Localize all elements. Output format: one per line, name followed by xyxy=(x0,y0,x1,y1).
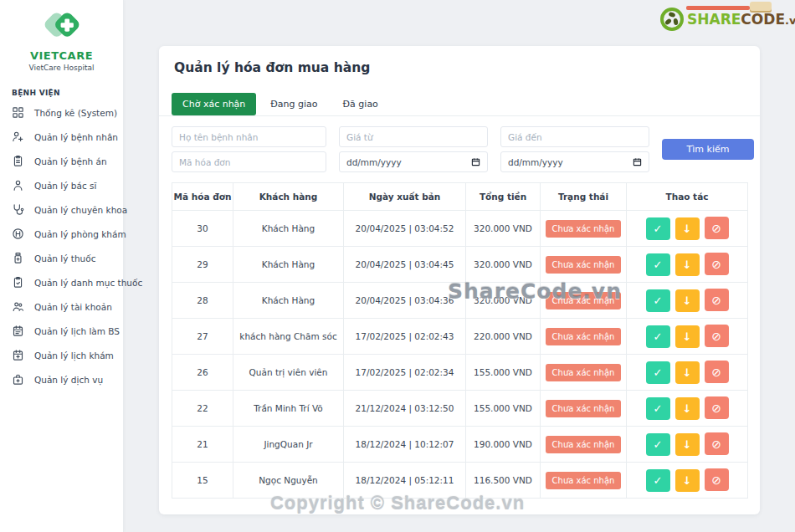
tab[interactable]: Đang giao xyxy=(259,93,328,115)
medicine-bottle-icon xyxy=(12,252,24,264)
check-icon: ✓ xyxy=(654,366,663,379)
sidebar-item[interactable]: Quản lý bác sĩ xyxy=(0,173,123,197)
sidebar-item[interactable]: Thống kê (System) xyxy=(0,100,123,125)
export-button[interactable]: ↓ xyxy=(675,397,700,420)
cancel-button[interactable]: ⊘ xyxy=(705,325,729,347)
total-cell: 320.000 VND xyxy=(466,283,541,319)
cancel-button[interactable]: ⊘ xyxy=(705,396,729,419)
status-badge: Chưa xác nhận xyxy=(546,328,622,345)
actions-cell: ✓↓⊘ xyxy=(627,319,748,355)
arrow-down-icon: ↓ xyxy=(683,258,692,271)
arrow-down-icon: ↓ xyxy=(683,330,692,343)
calendar-plus-icon xyxy=(12,349,24,361)
column-header: Thao tác xyxy=(627,183,748,211)
date-cell: 18/12/2024 | 10:12:07 xyxy=(344,427,466,463)
sidebar-item[interactable]: Quản lý bệnh án xyxy=(0,149,123,173)
cancel-button[interactable]: ⊘ xyxy=(705,468,729,491)
export-button[interactable]: ↓ xyxy=(675,325,700,348)
column-header: Tổng tiền xyxy=(466,183,541,211)
sidebar-item[interactable]: Quản lý dịch vụ xyxy=(0,367,123,391)
arrow-down-icon: ↓ xyxy=(683,474,692,487)
sidebar-item[interactable]: Quản lý lịch khám xyxy=(0,343,123,367)
hospital-circle-icon xyxy=(12,228,24,240)
search-button[interactable]: Tìm kiếm xyxy=(662,139,754,160)
export-button[interactable]: ↓ xyxy=(675,217,700,240)
invoice-management-card: Quản lý hóa đơn mua hàng Chờ xác nhậnĐan… xyxy=(159,46,760,514)
sidebar-item-label: Thống kê (System) xyxy=(34,108,117,118)
confirm-button[interactable]: ✓ xyxy=(646,253,670,276)
confirm-button[interactable]: ✓ xyxy=(646,361,670,384)
confirm-button[interactable]: ✓ xyxy=(646,469,670,492)
sidebar-item[interactable]: Quản lý thuốc xyxy=(0,246,123,270)
confirm-button[interactable]: ✓ xyxy=(646,325,670,348)
cancel-button[interactable]: ⊘ xyxy=(705,253,729,275)
calendar-icon[interactable] xyxy=(471,157,480,166)
price-to-input[interactable] xyxy=(500,126,649,147)
export-button[interactable]: ↓ xyxy=(675,289,700,312)
ban-icon: ⊘ xyxy=(711,402,721,415)
export-button[interactable]: ↓ xyxy=(675,433,700,456)
patient-name-input[interactable] xyxy=(172,126,326,147)
check-icon: ✓ xyxy=(654,330,663,343)
sidebar-item[interactable]: Quản lý lịch làm BS xyxy=(0,319,123,343)
sidebar-item[interactable]: Quản lý chuyên khoa xyxy=(0,197,123,222)
cancel-button[interactable]: ⊘ xyxy=(705,432,729,455)
check-icon: ✓ xyxy=(654,402,663,415)
customer-cell: Khách Hàng xyxy=(233,247,344,283)
sidebar-item-label: Quản lý dịch vụ xyxy=(34,375,103,385)
page-title: Quản lý hóa đơn mua hàng xyxy=(159,46,760,75)
confirm-button[interactable]: ✓ xyxy=(646,397,670,420)
price-from-input[interactable] xyxy=(339,126,488,147)
date-to-input[interactable]: dd/mm/yyyy xyxy=(500,151,649,172)
arrow-down-icon: ↓ xyxy=(683,438,692,451)
table-row: 15 Ngọc Nguyễn 18/12/2024 | 05:12:11 116… xyxy=(172,463,748,499)
sidebar-item[interactable]: Quản lý bệnh nhân xyxy=(0,125,123,149)
medicine-list-icon xyxy=(12,276,24,289)
export-button[interactable]: ↓ xyxy=(675,469,700,492)
total-cell: 155.000 VND xyxy=(466,355,541,391)
tab[interactable]: Đã giao xyxy=(332,93,389,115)
cancel-button[interactable]: ⊘ xyxy=(705,217,729,239)
customer-cell: Quản trị viên viên xyxy=(233,355,344,391)
table-header-row: Mã hóa đơnKhách hàngNgày xuất bảnTổng ti… xyxy=(172,183,748,211)
brand: VIETCARE VietCare Hospital xyxy=(0,0,123,72)
actions-cell: ✓↓⊘ xyxy=(627,247,748,283)
cancel-button[interactable]: ⊘ xyxy=(705,289,729,311)
sidebar-item-label: Quản lý phòng khám xyxy=(34,229,126,239)
vietcare-heart-logo-icon xyxy=(38,7,86,45)
status-badge: Chưa xác nhận xyxy=(546,364,622,381)
date-cell: 18/12/2024 | 05:12:11 xyxy=(344,463,466,499)
ban-icon: ⊘ xyxy=(711,258,721,271)
export-button[interactable]: ↓ xyxy=(675,253,700,276)
confirm-button[interactable]: ✓ xyxy=(646,433,670,456)
status-badge: Chưa xác nhận xyxy=(546,220,622,238)
export-button[interactable]: ↓ xyxy=(675,361,700,384)
tab[interactable]: Chờ xác nhận xyxy=(172,93,256,115)
status-cell: Chưa xác nhận xyxy=(541,247,627,283)
sidebar-item[interactable]: Quản lý phòng khám xyxy=(0,222,123,246)
actions-cell: ✓↓⊘ xyxy=(627,391,748,427)
status-cell: Chưa xác nhận xyxy=(541,283,627,319)
calendar-icon xyxy=(12,325,24,337)
sidebar-item[interactable]: Quản lý danh mục thuốc xyxy=(0,270,123,294)
invoice-id-input[interactable] xyxy=(172,151,326,172)
sidebar-item[interactable]: Quản lý tài khoản xyxy=(0,294,123,319)
status-cell: Chưa xác nhận xyxy=(541,427,627,463)
confirm-button[interactable]: ✓ xyxy=(646,289,670,312)
confirm-button[interactable]: ✓ xyxy=(646,217,670,240)
check-icon: ✓ xyxy=(654,438,663,451)
date-to-value: dd/mm/yyyy xyxy=(508,157,563,167)
total-cell: 190.000 VND xyxy=(466,427,541,463)
actions-cell: ✓↓⊘ xyxy=(627,463,748,499)
check-icon: ✓ xyxy=(654,294,663,307)
patient-add-icon xyxy=(12,130,24,143)
brand-subtitle: VietCare Hospital xyxy=(0,64,123,72)
sidebar-nav: Thống kê (System) Quản lý bệnh nhân Quản… xyxy=(0,100,123,391)
ban-icon: ⊘ xyxy=(711,437,721,451)
date-from-input[interactable]: dd/mm/yyyy xyxy=(339,151,488,172)
sidebar-item-label: Quản lý chuyên khoa xyxy=(34,205,127,215)
cancel-button[interactable]: ⊘ xyxy=(705,361,729,383)
ban-icon: ⊘ xyxy=(711,294,721,307)
invoice-id-cell: 28 xyxy=(172,283,233,319)
calendar-icon[interactable] xyxy=(633,157,642,166)
